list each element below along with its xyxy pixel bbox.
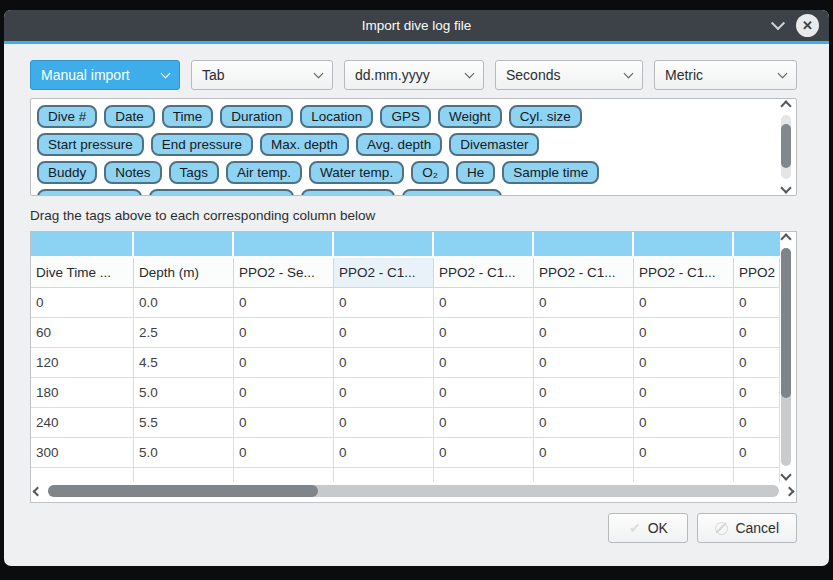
table-cell: 0 xyxy=(334,408,434,437)
tag-water-temp[interactable]: Water temp. xyxy=(309,161,404,184)
combo-metric[interactable]: Metric xyxy=(654,60,797,90)
scroll-right-icon[interactable] xyxy=(785,486,795,496)
column-drop-target[interactable] xyxy=(434,232,534,256)
table-cell: 0 xyxy=(734,318,780,347)
tag-sample-depth[interactable]: Sample depth xyxy=(37,189,142,196)
hscroll-track[interactable] xyxy=(48,485,779,497)
tag-time[interactable]: Time xyxy=(162,105,214,128)
table-cell xyxy=(534,468,634,482)
table-cell: 0.0 xyxy=(134,288,234,317)
chevron-down-icon xyxy=(314,69,324,79)
tag-scroll-thumb[interactable] xyxy=(781,124,791,168)
tag-location[interactable]: Location xyxy=(300,105,373,128)
table-horizontal-scrollbar[interactable] xyxy=(34,482,793,500)
tag-sample-po[interactable]: Sample pO₂ xyxy=(301,189,396,196)
tag-notes[interactable]: Notes xyxy=(104,161,161,184)
tag-end-pressure[interactable]: End pressure xyxy=(151,133,253,156)
tag-scrollbar[interactable] xyxy=(779,102,793,192)
scroll-left-icon[interactable] xyxy=(33,486,43,496)
tag-he[interactable]: He xyxy=(456,161,495,184)
table-cell: 0 xyxy=(534,438,634,467)
table-cell: 0 xyxy=(634,408,734,437)
column-drop-target[interactable] xyxy=(334,232,434,256)
table-cell: 0 xyxy=(634,378,734,407)
table-cell: 120 xyxy=(31,348,134,377)
tag-buddy[interactable]: Buddy xyxy=(37,161,97,184)
column-header: PPO2 - C1... xyxy=(534,258,634,287)
table-vertical-scrollbar[interactable] xyxy=(779,235,793,479)
tag-duration[interactable]: Duration xyxy=(220,105,293,128)
table-cell: 0 xyxy=(234,288,334,317)
table-cell: 0 xyxy=(334,318,434,347)
table-cell xyxy=(234,468,334,482)
table-cell: 240 xyxy=(31,408,134,437)
column-drop-target[interactable] xyxy=(31,232,134,256)
table-cell: 300 xyxy=(31,438,134,467)
tag-max-depth[interactable]: Max. depth xyxy=(260,133,349,156)
tag-row: Start pressureEnd pressureMax. depthAvg.… xyxy=(37,133,774,156)
tag-divemaster[interactable]: Divemaster xyxy=(449,133,539,156)
combo-seconds[interactable]: Seconds xyxy=(495,60,643,90)
table-row: 1204.5000000 xyxy=(31,348,780,378)
tag-air-temp[interactable]: Air temp. xyxy=(226,161,302,184)
table-header-row: Dive Time ...Depth (m)PPO2 - Se...PPO2 -… xyxy=(31,258,780,288)
table-cell: 0 xyxy=(534,378,634,407)
tag-sample-cns[interactable]: Sample CNS xyxy=(402,189,502,196)
table-cell: 0 xyxy=(234,408,334,437)
tag-scroll-track[interactable] xyxy=(781,115,791,179)
tag-sample-time[interactable]: Sample time xyxy=(502,161,599,184)
tag-dive[interactable]: Dive # xyxy=(37,105,97,128)
chevron-down-icon xyxy=(161,69,171,79)
column-header: PPO2 - C1... xyxy=(334,258,434,287)
tag-row: BuddyNotesTagsAir temp.Water temp.O₂HeSa… xyxy=(37,161,774,184)
column-header: Dive Time ... xyxy=(31,258,134,287)
column-drop-target[interactable] xyxy=(534,232,634,256)
scroll-down-icon[interactable] xyxy=(780,469,791,480)
tag-o[interactable]: O₂ xyxy=(411,161,449,184)
table-vscroll-thumb[interactable] xyxy=(781,248,791,398)
shade-chevron-down-icon[interactable] xyxy=(771,16,785,30)
table-cell: 0 xyxy=(334,288,434,317)
ok-button[interactable]: ✔ OK xyxy=(608,513,688,543)
tag-row: Dive #DateTimeDurationLocationGPSWeightC… xyxy=(37,105,774,128)
table-cell: 0 xyxy=(434,378,534,407)
combo-dd-mm-yyyy[interactable]: dd.mm.yyyy xyxy=(344,60,484,90)
scroll-down-icon[interactable] xyxy=(780,182,791,193)
column-drop-row xyxy=(31,232,780,258)
table-cell xyxy=(134,468,234,482)
column-drop-target[interactable] xyxy=(134,232,234,256)
hscroll-thumb[interactable] xyxy=(48,485,318,497)
tag-sample-temperature[interactable]: Sample temperature xyxy=(149,189,293,196)
table-cell: 0 xyxy=(334,348,434,377)
table-row: 2405.5000000 xyxy=(31,408,780,438)
column-drop-target[interactable] xyxy=(234,232,334,256)
table-cell: 0 xyxy=(734,348,780,377)
table-cell: 0 xyxy=(434,438,534,467)
tag-tags[interactable]: Tags xyxy=(169,161,220,184)
combo-tab[interactable]: Tab xyxy=(191,60,333,90)
table-cell: 0 xyxy=(434,318,534,347)
titlebar-icons: ✕ xyxy=(773,10,819,41)
tag-avg-depth[interactable]: Avg. depth xyxy=(356,133,442,156)
table-vscroll-track[interactable] xyxy=(781,248,791,466)
table-cell xyxy=(334,468,434,482)
cancel-button[interactable]: Cancel xyxy=(697,513,797,543)
close-icon[interactable]: ✕ xyxy=(796,14,819,37)
tag-date[interactable]: Date xyxy=(104,105,155,128)
table-cell: 0 xyxy=(334,378,434,407)
tag-weight[interactable]: Weight xyxy=(438,105,502,128)
scroll-up-icon[interactable] xyxy=(780,100,791,111)
combo-manual-import[interactable]: Manual import xyxy=(30,60,180,90)
table-cell: 0 xyxy=(634,348,734,377)
tag-gps[interactable]: GPS xyxy=(380,105,431,128)
tag-cyl-size[interactable]: Cyl. size xyxy=(509,105,582,128)
scroll-up-icon[interactable] xyxy=(780,233,791,244)
table-cell: 0 xyxy=(434,288,534,317)
tag-start-pressure[interactable]: Start pressure xyxy=(37,133,144,156)
table-cell: 0 xyxy=(534,318,634,347)
column-drop-target[interactable] xyxy=(734,232,780,256)
table-cell: 0 xyxy=(634,438,734,467)
table-cell: 4.5 xyxy=(134,348,234,377)
column-header: Depth (m) xyxy=(134,258,234,287)
column-drop-target[interactable] xyxy=(634,232,734,256)
